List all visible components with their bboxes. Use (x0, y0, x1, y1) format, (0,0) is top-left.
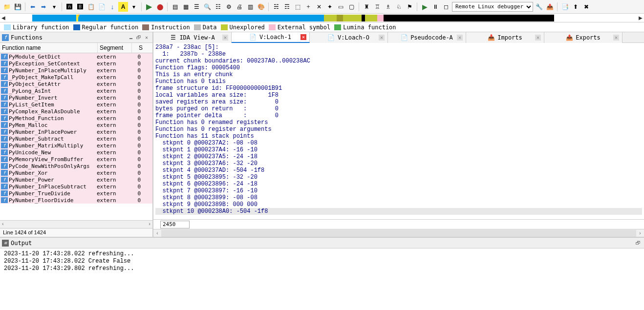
col-function-name[interactable]: Function name (0, 43, 98, 53)
tool-icon[interactable]: 🅱 (75, 2, 85, 12)
tool-icon[interactable]: 🅰 (64, 2, 74, 12)
tool-icon[interactable]: ☵ (271, 2, 281, 12)
functions-table-body[interactable]: fPyModule_GetDictextern0fPyException_Set… (0, 53, 152, 220)
function-row[interactable]: fPyList_GetItemextern0 (0, 101, 152, 108)
tab-close-icon[interactable]: ✕ (379, 35, 385, 41)
dropdown-arrow-icon[interactable]: ▾ (129, 2, 139, 12)
star-icon[interactable]: ✦ (325, 2, 335, 12)
zoom-icon[interactable]: 🔍 (202, 2, 212, 12)
function-row[interactable]: fPyObject_GetAttrextern0 (0, 81, 152, 87)
output-body[interactable]: 2023-11-20 17:43:28.022 refreshing... 20… (0, 248, 644, 310)
tool-icon[interactable]: ▤ (170, 2, 180, 12)
debugger-select[interactable]: Remote Linux debugger (452, 2, 533, 12)
cross-icon[interactable]: ✕ (314, 2, 324, 12)
function-row[interactable]: fPyNumber_Subtractextern0 (0, 135, 152, 142)
print-icon[interactable]: 🖨 (235, 2, 244, 12)
tab-close-icon[interactable]: ✕ (613, 35, 619, 41)
function-row[interactable]: fPyNumber_InPlacePowerextern0 (0, 128, 152, 135)
tool-icon[interactable]: ▥ (245, 2, 255, 12)
nav-strip[interactable]: ▼ (7, 15, 637, 21)
code-line-highlighted[interactable]: stkpnt 10 @000238A0: -504 -1f8 (155, 208, 642, 215)
functions-hscrollbar[interactable] (0, 220, 152, 228)
tool-icon[interactable]: ✖ (581, 2, 591, 12)
function-row[interactable]: fPyModule_GetDictextern0 (0, 53, 152, 60)
code-view[interactable]: 238a7 - 238ac [5]: 1: 2387b - 2388e curr… (153, 43, 644, 219)
tab-exports[interactable]: 📤Exports✕ (544, 32, 623, 43)
tool-icon[interactable]: ▢ (346, 2, 356, 12)
col-s[interactable]: S (132, 43, 145, 53)
function-row[interactable]: f_PyLong_AsIntextern0 (0, 87, 152, 94)
function-row[interactable]: fPyComplex_RealAsDoubleextern0 (0, 108, 152, 115)
function-s: 0 (131, 170, 144, 176)
back-icon[interactable]: ⬅ (28, 2, 38, 12)
tool-icon[interactable]: ☰ (192, 2, 201, 12)
tool-icon[interactable]: 📤 (545, 2, 555, 12)
restore-icon[interactable]: 🗗 (135, 34, 143, 41)
function-row[interactable]: fPyUnicode_Newextern0 (0, 149, 152, 156)
highlight-a-icon[interactable]: A (118, 2, 128, 12)
tool-icon[interactable]: ⚑ (405, 2, 414, 12)
tool-icon[interactable]: ☷ (213, 2, 223, 12)
tool-icon[interactable]: 📋 (86, 2, 96, 12)
address-input[interactable] (160, 221, 190, 228)
scroll-left-icon[interactable]: ‹ (153, 230, 161, 236)
tool-icon[interactable]: 📑 (560, 2, 570, 12)
tab-v-loach-1[interactable]: 📄V:Loach-1✕ (232, 32, 310, 43)
tool-icon[interactable]: ☶ (282, 2, 292, 12)
tool-icon[interactable]: ⚙ (224, 2, 234, 12)
tab-close-icon[interactable]: ✕ (535, 35, 541, 41)
save-icon[interactable]: 💾 (13, 2, 22, 12)
forward-icon[interactable]: ➡ (39, 2, 48, 12)
scroll-right-icon[interactable]: › (636, 230, 644, 236)
tool-icon[interactable]: ▭ (336, 2, 345, 12)
tab-close-icon[interactable]: ✕ (301, 34, 306, 40)
function-row[interactable]: fPyNumber_InPlaceMultiplyextern0 (0, 67, 152, 74)
tab-imports[interactable]: 📥Imports✕ (466, 32, 544, 43)
function-row[interactable]: fPyCode_NewWithPosOnlyArgsextern0 (0, 163, 152, 169)
function-row[interactable]: fPyNumber_TrueDivideextern0 (0, 190, 152, 197)
function-row[interactable]: fPyNumber_Xorextern0 (0, 169, 152, 176)
nav-right-icon[interactable]: ▶ (637, 14, 644, 22)
tab-close-icon[interactable]: ✕ (222, 35, 228, 41)
tool-icon[interactable]: 📄 (97, 2, 107, 12)
palette-icon[interactable]: 🎨 (256, 2, 266, 12)
tab-v-loach-o[interactable]: 📄V:Loach-O✕ (310, 32, 388, 43)
function-row[interactable]: fPyNumber_Powerextern0 (0, 176, 152, 183)
tab-ida-view-a[interactable]: ☰IDA View-A✕ (153, 32, 232, 43)
minimize-icon[interactable]: 🗕 (127, 34, 135, 41)
view-hscrollbar[interactable]: ‹ › (153, 229, 644, 237)
function-row[interactable]: fPyMemoryView_FromBufferextern0 (0, 156, 152, 163)
restore-icon[interactable]: 🗗 (634, 240, 642, 247)
record-icon[interactable]: ⬤ (155, 2, 165, 12)
tool-icon[interactable]: 🔧 (534, 2, 544, 12)
close-icon[interactable]: ✕ (143, 34, 150, 41)
function-row[interactable]: fPyNumber_InPlaceSubtractextern0 (0, 183, 152, 190)
function-row[interactable]: fPyMem_Mallocextern0 (0, 122, 152, 128)
function-row[interactable]: fPyException_SetContextextern0 (0, 60, 152, 67)
col-segment[interactable]: Segment (98, 43, 132, 53)
scroll-track[interactable] (161, 230, 636, 237)
down-arrow-icon[interactable]: ↓ (107, 2, 117, 12)
plus-icon[interactable]: ＋ (303, 2, 313, 12)
tool-icon[interactable]: ♗ (383, 2, 393, 12)
debug-run-icon[interactable]: ▶ (420, 2, 429, 12)
tool-icon[interactable]: ♘ (394, 2, 404, 12)
function-row[interactable]: fPyMethod_Functionextern0 (0, 115, 152, 122)
nav-left-icon[interactable]: ◀ (0, 14, 7, 22)
tool-icon[interactable]: ♖ (372, 2, 382, 12)
dropdown-arrow-icon[interactable]: ▾ (49, 2, 59, 12)
run-icon[interactable]: ▶ (144, 2, 154, 12)
tool-icon[interactable]: ⬚ (293, 2, 302, 12)
function-row[interactable]: fPyNumber_MatrixMultiplyextern0 (0, 142, 152, 149)
function-row[interactable]: f_PyObject_MakeTpCallextern0 (0, 74, 152, 81)
debug-pause-icon[interactable]: ⏸ (430, 2, 440, 12)
function-row[interactable]: fPyNumber_Invertextern0 (0, 94, 152, 101)
tool-icon[interactable]: ▦ (181, 2, 191, 12)
tool-icon[interactable]: ⬆ (571, 2, 580, 12)
debug-stop-icon[interactable]: ◻ (441, 2, 451, 12)
tool-icon[interactable]: ♜ (362, 2, 371, 12)
open-icon[interactable]: 📁 (2, 2, 12, 12)
tab-close-icon[interactable]: ✕ (457, 35, 463, 41)
tab-pseudocode-a[interactable]: 📄Pseudocode-A✕ (388, 32, 466, 43)
function-row[interactable]: fPyNumber_FloorDivideextern0 (0, 197, 152, 204)
